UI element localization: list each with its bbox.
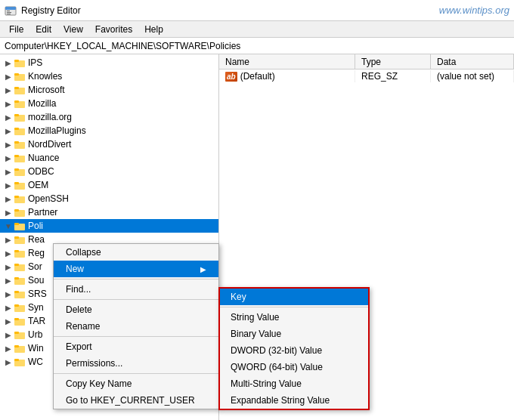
tree-item-odbc[interactable]: ▶ ODBC [0, 165, 218, 178]
ctx-find-label: Find... [66, 284, 91, 295]
ctx-rename[interactable]: Rename [54, 318, 218, 335]
menu-favorites[interactable]: Favorites [89, 23, 138, 36]
expander-reg: ▶ [3, 248, 14, 258]
cell-data: (value not set) [431, 70, 514, 82]
tree-label-partner: Partner [28, 207, 57, 218]
ctx-export-label: Export [66, 341, 92, 352]
ctx-collapse-label: Collapse [66, 247, 101, 258]
ctx-export[interactable]: Export [54, 338, 218, 355]
ctx-find[interactable]: Find... [54, 281, 218, 298]
menu-edit[interactable]: Edit [29, 23, 57, 36]
folder-icon-sou [14, 274, 26, 286]
expander-tar: ▶ [3, 316, 14, 326]
menu-file[interactable]: File [3, 23, 29, 36]
expander-mozillaplugins: ▶ [3, 125, 14, 136]
ctx-delete[interactable]: Delete [54, 301, 218, 318]
submenu-key-label: Key [231, 292, 246, 302]
tree-item-norddivert[interactable]: ▶ NordDivert [0, 137, 218, 151]
expander-sor: ▶ [3, 261, 14, 272]
tree-item-ips[interactable]: ▶ IPS [0, 56, 218, 69]
tree-item-openssh[interactable]: ▶ OpenSSH [0, 192, 218, 205]
svg-rect-35 [14, 250, 19, 252]
expander-partner: ▶ [3, 207, 14, 218]
folder-icon-knowles [14, 70, 26, 82]
submenu-binary-value-label: Binary Value [231, 329, 281, 339]
tree-label-sou: Sou [28, 275, 44, 286]
folder-icon-odbc [14, 165, 26, 178]
svg-rect-45 [14, 318, 19, 320]
folder-icon-wc [14, 356, 26, 368]
submenu-multi-string-value[interactable]: Multi-String Value [220, 375, 368, 392]
tree-item-oem[interactable]: ▶ OEM [0, 178, 218, 192]
submenu-dword-value[interactable]: DWORD (32-bit) Value [220, 342, 368, 359]
ctx-permissions[interactable]: Permissions... [54, 355, 218, 372]
tree-label-syn: Syn [28, 302, 44, 313]
context-menu: Collapse New ▶ Find... Delete Rename Exp… [53, 243, 219, 409]
expander-openssh: ▶ [3, 193, 14, 204]
tree-label-wc: WC [28, 357, 43, 367]
expander-wc: ▶ [3, 357, 14, 367]
submenu-dword-value-label: DWORD (32-bit) Value [231, 345, 322, 356]
folder-icon-reg [14, 247, 26, 259]
ctx-new-arrow: ▶ [200, 265, 206, 273]
svg-rect-31 [14, 223, 19, 225]
tree-label-oem: OEM [28, 180, 48, 190]
tree-item-mozillaorg[interactable]: ▶ mozilla.org [0, 110, 218, 124]
menu-help[interactable]: Help [138, 23, 169, 36]
detail-row-default[interactable]: ab (Default) REG_SZ (value not set) [219, 69, 514, 83]
app-title: Registry Editor [21, 5, 81, 16]
tree-item-partner[interactable]: ▶ Partner [0, 205, 218, 219]
svg-rect-17 [14, 128, 19, 130]
svg-rect-23 [14, 168, 19, 171]
submenu-string-value-label: String Value [231, 312, 279, 323]
address-bar: Computer\HKEY_LOCAL_MACHINE\SOFTWARE\Pol… [0, 38, 514, 54]
expander-nuance: ▶ [3, 153, 14, 163]
tree-label-odbc: ODBC [28, 166, 54, 177]
svg-rect-25 [14, 182, 19, 184]
ctx-goto-hkcu[interactable]: Go to HKEY_CURRENT_USER [54, 392, 218, 409]
menu-view[interactable]: View [57, 23, 89, 36]
tree-item-nuance[interactable]: ▶ Nuance [0, 151, 218, 165]
expander-odbc: ▶ [3, 166, 14, 177]
header-type: Type [355, 54, 431, 69]
watermark: www.wintips.org [439, 5, 509, 16]
tree-item-mozillaplugins[interactable]: ▶ MozillaPlugins [0, 124, 218, 137]
ctx-copy-key-name-label: Copy Key Name [66, 378, 132, 389]
tree-item-mozilla[interactable]: ▶ Mozilla [0, 97, 218, 110]
tree-label-srs: SRS [28, 289, 47, 299]
tree-item-microsoft[interactable]: ▶ Microsoft [0, 83, 218, 97]
submenu-key[interactable]: Key [220, 289, 368, 305]
ctx-collapse[interactable]: Collapse [54, 244, 218, 261]
address-path: Computer\HKEY_LOCAL_MACHINE\SOFTWARE\Pol… [5, 41, 240, 51]
header-data: Data [431, 54, 514, 69]
submenu-qword-value[interactable]: QWORD (64-bit) Value [220, 359, 368, 375]
submenu-multi-string-value-label: Multi-String Value [231, 378, 302, 389]
tree-item-knowles[interactable]: ▶ Knowles [0, 69, 218, 83]
submenu-string-value[interactable]: String Value [220, 309, 368, 326]
ctx-sep3 [54, 336, 218, 337]
tree-label-tar: TAR [28, 316, 45, 326]
folder-icon-win [14, 342, 26, 354]
tree-label-openssh: OpenSSH [28, 193, 69, 204]
folder-icon-tar [14, 315, 26, 327]
svg-rect-15 [14, 114, 19, 116]
main-area: ▶ IPS ▶ Knowles ▶ Microsoft [0, 54, 514, 420]
folder-icon-srs [14, 288, 26, 300]
folder-icon-mozillaorg [14, 111, 26, 123]
ab-icon: ab [225, 72, 237, 82]
detail-header: Name Type Data [219, 54, 514, 69]
ctx-permissions-label: Permissions... [66, 358, 122, 369]
svg-rect-37 [14, 264, 19, 266]
svg-rect-7 [14, 60, 19, 62]
ctx-rename-label: Rename [66, 321, 100, 332]
submenu-expandable-string-value[interactable]: Expandable String Value [220, 392, 368, 409]
tree-item-poli[interactable]: ▼ Poli [0, 219, 218, 233]
svg-rect-1 [5, 7, 16, 10]
expander-rea: ▶ [3, 234, 14, 245]
ctx-copy-key-name[interactable]: Copy Key Name [54, 375, 218, 392]
folder-icon-nuance [14, 152, 26, 164]
ctx-new[interactable]: New ▶ [54, 261, 218, 277]
expander-urb: ▶ [3, 329, 14, 340]
svg-rect-33 [14, 236, 19, 239]
submenu-binary-value[interactable]: Binary Value [220, 326, 368, 342]
